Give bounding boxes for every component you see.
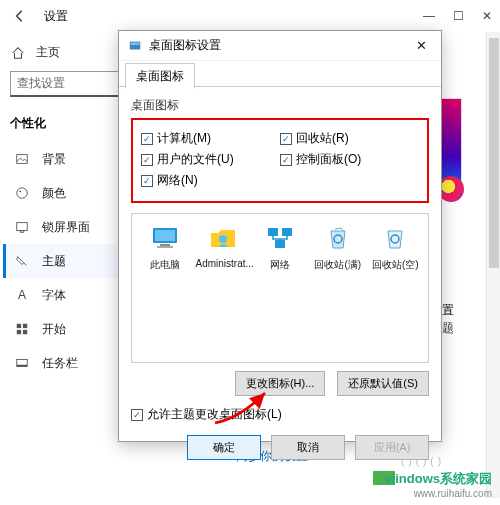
icon-item-network[interactable]: 网络 <box>254 222 308 272</box>
icon-item-userfiles[interactable]: Administrat... <box>196 222 250 272</box>
svg-rect-4 <box>17 223 28 231</box>
start-icon <box>14 322 30 336</box>
icon-preview-listbox[interactable]: 此电脑 Administrat... 网络 回收站(满) 回收站(空) <box>131 213 429 363</box>
tab-strip: 桌面图标 <box>119 61 441 87</box>
picture-icon <box>14 152 30 166</box>
recyclebin-full-icon <box>320 222 356 254</box>
icon-item-recyclebin-empty[interactable]: 回收站(空) <box>369 222 423 272</box>
checkbox-label: 网络(N) <box>157 172 198 189</box>
icon-label: 回收站(空) <box>369 258 423 272</box>
maximize-button[interactable]: ☐ <box>453 9 464 23</box>
checkbox-label: 允许主题更改桌面图标(L) <box>147 406 282 423</box>
nav-label: 背景 <box>42 151 66 168</box>
search-placeholder: 查找设置 <box>17 75 65 92</box>
svg-point-18 <box>219 235 227 243</box>
svg-point-3 <box>19 190 21 192</box>
svg-rect-16 <box>160 244 170 246</box>
checkbox-network[interactable]: ✓ 网络(N) <box>141 172 419 189</box>
nav-label: 字体 <box>42 287 66 304</box>
taskbar-icon <box>14 356 30 370</box>
icon-label: Administrat... <box>196 258 250 269</box>
icon-item-thispc[interactable]: 此电脑 <box>138 222 192 272</box>
icon-label: 网络 <box>254 258 308 272</box>
font-icon: A <box>14 288 30 302</box>
svg-rect-1 <box>17 155 28 164</box>
icon-label: 此电脑 <box>138 258 192 272</box>
svg-rect-21 <box>275 240 285 248</box>
palette-icon <box>14 186 30 200</box>
userfolder-icon <box>205 222 241 254</box>
partial-label: 置 <box>442 302 454 319</box>
checkbox-icon: ✓ <box>280 133 292 145</box>
watermark-sub: www.ruihaifu.com <box>385 488 492 499</box>
ok-button[interactable]: 确定 <box>187 435 261 460</box>
dialog-close-button[interactable]: ✕ <box>410 36 433 55</box>
checkbox-label: 计算机(M) <box>157 130 211 147</box>
svg-rect-13 <box>131 42 140 45</box>
svg-rect-17 <box>157 246 173 248</box>
watermark-main: windows系统家园 <box>385 471 492 486</box>
settings-title: 设置 <box>44 8 68 25</box>
checkbox-icon: ✓ <box>141 175 153 187</box>
lockscreen-icon <box>14 220 30 234</box>
svg-rect-9 <box>23 330 27 334</box>
checkbox-icon: ✓ <box>141 133 153 145</box>
svg-rect-19 <box>268 228 278 236</box>
theme-icon <box>14 254 30 268</box>
home-icon <box>10 46 26 60</box>
apply-button[interactable]: 应用(A) <box>355 435 429 460</box>
dialog-icon <box>127 38 143 54</box>
network-icon <box>262 222 298 254</box>
back-button[interactable] <box>8 4 32 28</box>
checkbox-icon: ✓ <box>141 154 153 166</box>
nav-label: 任务栏 <box>42 355 78 372</box>
vertical-scrollbar[interactable] <box>486 32 500 498</box>
nav-home-label: 主页 <box>36 44 60 61</box>
checkbox-recyclebin[interactable]: ✓ 回收站(R) <box>280 130 419 147</box>
checkbox-label: 控制面板(O) <box>296 151 361 168</box>
checkbox-allow-theme[interactable]: ✓ 允许主题更改桌面图标(L) <box>131 406 429 423</box>
dialog-titlebar[interactable]: 桌面图标设置 ✕ <box>119 31 441 61</box>
icon-item-recyclebin-full[interactable]: 回收站(满) <box>311 222 365 272</box>
svg-rect-5 <box>20 231 24 233</box>
recyclebin-empty-icon <box>377 222 413 254</box>
cancel-button[interactable]: 取消 <box>271 435 345 460</box>
settings-header: 设置 ― ☐ ✕ <box>0 0 500 32</box>
svg-rect-15 <box>155 230 175 241</box>
svg-point-2 <box>17 188 28 199</box>
checkbox-label: 用户的文件(U) <box>157 151 234 168</box>
checkbox-icon: ✓ <box>280 154 292 166</box>
nav-label: 开始 <box>42 321 66 338</box>
tab-desktop-icons[interactable]: 桌面图标 <box>125 63 195 89</box>
checkbox-label: 回收站(R) <box>296 130 349 147</box>
checkbox-userfiles[interactable]: ✓ 用户的文件(U) <box>141 151 280 168</box>
icon-label: 回收站(满) <box>311 258 365 272</box>
dialog-title: 桌面图标设置 <box>149 37 410 54</box>
scrollbar-thumb[interactable] <box>489 38 499 268</box>
svg-rect-11 <box>17 365 28 367</box>
checkbox-computer[interactable]: ✓ 计算机(M) <box>141 130 280 147</box>
restore-default-button[interactable]: 还原默认值(S) <box>337 371 429 396</box>
svg-rect-20 <box>282 228 292 236</box>
svg-rect-7 <box>23 324 27 328</box>
svg-rect-6 <box>17 324 21 328</box>
checkbox-controlpanel[interactable]: ✓ 控制面板(O) <box>280 151 419 168</box>
group-label: 桌面图标 <box>131 97 429 114</box>
nav-label: 主题 <box>42 253 66 270</box>
nav-label: 锁屏界面 <box>42 219 90 236</box>
computer-icon <box>147 222 183 254</box>
checkbox-icon: ✓ <box>131 409 143 421</box>
watermark: windows系统家园 www.ruihaifu.com <box>385 470 492 499</box>
highlight-annotation: ✓ 计算机(M) ✓ 回收站(R) ✓ 用户的文件(U) ✓ 控制面板(O) <box>131 118 429 203</box>
desktop-icon-settings-dialog: 桌面图标设置 ✕ 桌面图标 桌面图标 ✓ 计算机(M) ✓ 回收站(R) ✓ 用 <box>118 30 442 442</box>
svg-rect-8 <box>17 330 21 334</box>
nav-label: 颜色 <box>42 185 66 202</box>
change-icon-button[interactable]: 更改图标(H)... <box>235 371 325 396</box>
close-button[interactable]: ✕ <box>482 9 492 23</box>
minimize-button[interactable]: ― <box>423 9 435 23</box>
